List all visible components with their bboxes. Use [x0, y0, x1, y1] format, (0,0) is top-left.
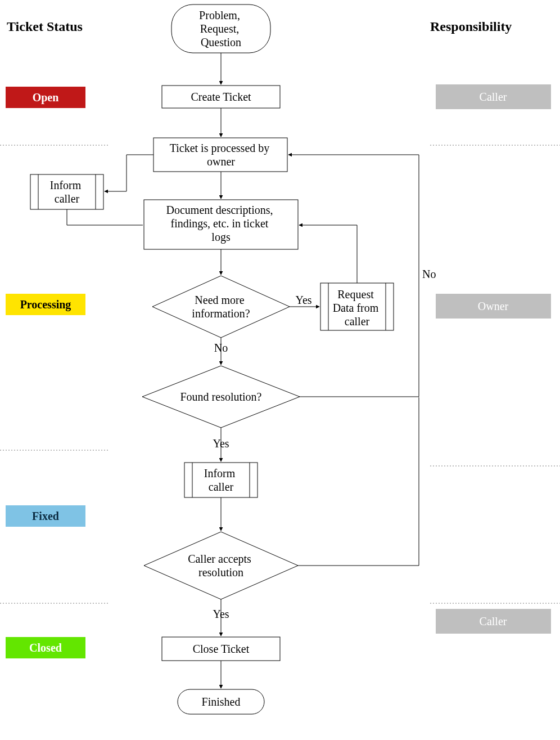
node-start: Problem, Request, Question: [171, 5, 270, 53]
responsibility-owner: Owner: [436, 294, 551, 319]
status-processing-badge: Processing: [6, 294, 85, 315]
svg-marker-19: [152, 276, 290, 338]
status-open-badge: Open: [6, 87, 85, 108]
edge-foundres-no-loop: [288, 155, 419, 397]
status-processing-label: Processing: [20, 298, 71, 311]
svg-text:Close Ticket: Close Ticket: [193, 643, 250, 655]
label-needmore-no: No: [214, 342, 228, 354]
node-processed-by-owner: Ticket is processed by owner: [153, 138, 287, 172]
node-create-ticket: Create Ticket: [162, 86, 280, 108]
responsibility-caller-bottom: Caller: [436, 609, 551, 634]
edge-inform-document: [67, 209, 143, 225]
label-foundres-no: No: [422, 268, 436, 280]
node-close-ticket: Close Ticket: [162, 637, 280, 661]
node-caller-accepts: Caller accepts resolution: [144, 532, 298, 599]
node-found-resolution: Found resolution?: [142, 366, 300, 428]
responsibility-caller-top-label: Caller: [480, 91, 507, 103]
label-accepts-yes: Yes: [213, 608, 229, 620]
svg-text:Found resolution?: Found resolution?: [180, 391, 262, 403]
responsibility-owner-label: Owner: [478, 300, 509, 312]
responsibility-caller-top: Caller: [436, 84, 551, 109]
svg-text:Problem,
      Request,
      : Problem, Request, Question: [199, 9, 243, 48]
node-inform-caller-left: Inform caller: [30, 174, 103, 209]
node-inform-caller-center: Inform caller: [184, 463, 258, 497]
svg-text:Create Ticket: Create Ticket: [191, 91, 251, 103]
status-fixed-badge: Fixed: [6, 505, 85, 527]
node-request-data: Request Data from caller: [320, 283, 394, 330]
responsibility-caller-bottom-label: Caller: [480, 615, 507, 627]
status-closed-label: Closed: [29, 642, 62, 654]
label-foundres-yes: Yes: [213, 437, 229, 450]
flowchart-canvas: Ticket Status Responsibility Open Proces…: [0, 0, 560, 740]
edge-processed-inform: [105, 155, 153, 191]
label-needmore-yes: Yes: [295, 294, 311, 306]
heading-ticket-status: Ticket Status: [7, 19, 83, 34]
status-closed-badge: Closed: [6, 637, 85, 658]
node-need-more-info: Need more information?: [152, 276, 290, 338]
heading-responsibility: Responsibility: [430, 19, 512, 34]
edge-request-document: [299, 225, 357, 283]
edge-accepts-no-loop: [298, 397, 419, 566]
node-document-logs: Document descriptions, findings, etc. in…: [144, 200, 298, 249]
status-fixed-label: Fixed: [32, 510, 59, 522]
status-open-label: Open: [33, 91, 59, 104]
svg-text:Finished: Finished: [202, 696, 241, 708]
node-finished: Finished: [178, 689, 264, 714]
svg-marker-31: [144, 532, 298, 599]
